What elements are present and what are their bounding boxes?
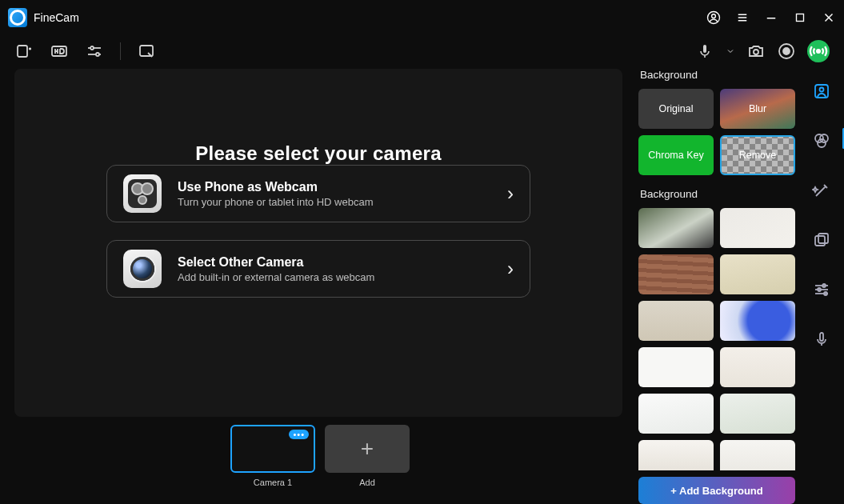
scene-add[interactable]: + Add [325, 425, 410, 487]
sidetab-adjust-icon[interactable] [812, 280, 831, 299]
svg-rect-6 [797, 14, 804, 22]
svg-rect-9 [18, 46, 27, 57]
svg-point-12 [90, 46, 94, 50]
sidetab-effects-icon[interactable] [812, 131, 831, 150]
add-source-icon[interactable] [14, 42, 34, 61]
toolbar-separator [120, 42, 121, 60]
option-select-other-camera[interactable]: Select Other Camera Add built-in or exte… [106, 240, 530, 298]
sidetab-magic-icon[interactable] [812, 181, 831, 200]
bg-thumb-8[interactable] [720, 347, 795, 387]
bg-thumb-7[interactable] [638, 347, 714, 387]
option-subtitle: Add built-in or external camera as webca… [178, 271, 507, 283]
option-title: Select Other Camera [178, 255, 507, 270]
svg-point-17 [754, 50, 758, 54]
minimize-icon[interactable] [764, 10, 778, 25]
bg-thumb-1[interactable] [638, 208, 714, 248]
preview-stage: Please select your camera Use Phone as W… [14, 69, 622, 417]
mic-icon[interactable] [695, 42, 714, 61]
option-phone-as-webcam[interactable]: Use Phone as Webcam Turn your phone or t… [106, 165, 530, 222]
bgmode-blur[interactable]: Blur [720, 89, 795, 129]
whiteboard-icon[interactable] [137, 42, 156, 61]
bg-thumb-12[interactable] [720, 440, 795, 470]
panel-heading-modes: Background [640, 69, 795, 81]
add-background-button[interactable]: + Add Background [638, 477, 795, 504]
svg-rect-34 [820, 333, 823, 341]
bgmode-original[interactable]: Original [638, 89, 714, 129]
bg-thumb-6[interactable] [720, 301, 795, 341]
stage-heading: Please select your camera [195, 142, 442, 165]
bg-thumb-10[interactable] [720, 394, 795, 434]
account-icon[interactable] [706, 10, 721, 25]
bg-thumb-3[interactable] [638, 254, 714, 294]
svg-rect-26 [815, 236, 825, 246]
app-logo [8, 8, 27, 27]
bg-thumb-11[interactable] [638, 440, 714, 470]
scene-label: Camera 1 [254, 478, 292, 487]
option-subtitle: Turn your phone or tablet into HD webcam [178, 196, 507, 208]
svg-point-19 [783, 48, 790, 54]
bg-thumb-5[interactable] [638, 301, 714, 341]
broadcast-icon[interactable] [807, 40, 830, 62]
panel-heading-bglist: Background [640, 188, 795, 200]
chevron-right-icon: › [507, 258, 514, 280]
mic-chevron-icon[interactable] [726, 42, 735, 61]
record-icon[interactable] [777, 42, 796, 61]
option-title: Use Phone as Webcam [178, 180, 507, 194]
sidetab-audio-icon[interactable] [812, 330, 831, 349]
bg-thumb-4[interactable] [720, 254, 795, 294]
phone-camera-icon [123, 174, 162, 213]
close-icon[interactable] [822, 10, 836, 25]
scene-add-label: Add [359, 478, 375, 487]
svg-point-1 [712, 14, 716, 18]
chevron-right-icon: › [507, 182, 514, 205]
plus-icon: + [325, 425, 410, 473]
settings-sliders-icon[interactable] [85, 42, 104, 61]
sidetab-background-icon[interactable] [812, 82, 831, 101]
svg-point-25 [818, 139, 826, 147]
sidetab-overlays-icon[interactable] [812, 230, 831, 250]
hamburger-icon[interactable] [735, 10, 750, 25]
snapshot-icon[interactable] [746, 42, 766, 61]
svg-point-24 [820, 134, 828, 142]
maximize-icon[interactable] [793, 10, 807, 25]
app-title: FineCam [34, 11, 79, 24]
svg-rect-27 [818, 234, 828, 243]
svg-rect-16 [703, 45, 706, 53]
bgmode-chroma-key[interactable]: Chroma Key [638, 135, 714, 175]
svg-point-20 [817, 50, 820, 53]
bg-thumb-2[interactable] [720, 208, 795, 248]
hd-icon[interactable] [50, 42, 69, 61]
webcam-lens-icon [123, 250, 162, 288]
svg-point-22 [820, 88, 824, 92]
bg-thumb-9[interactable] [638, 394, 714, 434]
scene-camera-1[interactable]: ••• Camera 1 [230, 425, 315, 487]
bgmode-remove[interactable]: Remove [720, 135, 795, 175]
svg-point-14 [96, 53, 99, 56]
scene-menu-icon[interactable]: ••• [289, 430, 309, 439]
svg-rect-15 [140, 46, 153, 56]
